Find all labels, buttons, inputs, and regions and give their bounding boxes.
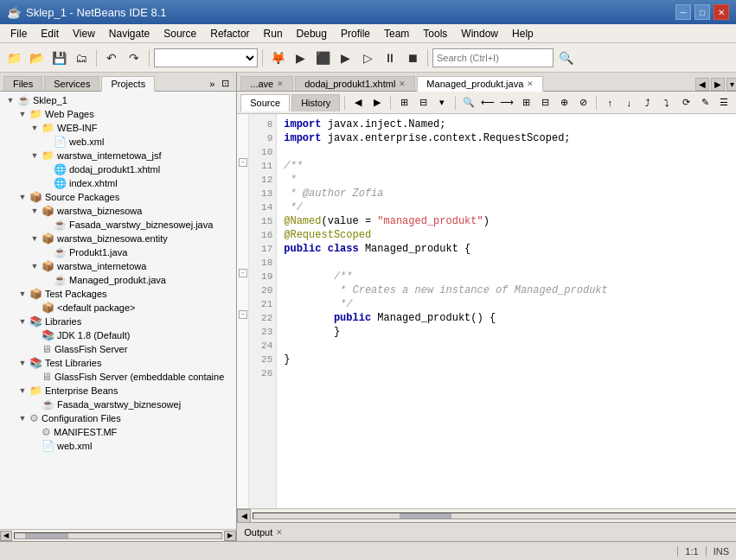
tab-files[interactable]: Files — [3, 76, 42, 91]
tree-item-jdk18[interactable]: 📚JDK 1.8 (Default) — [0, 328, 224, 342]
tree-item-dodaj_xhtml[interactable]: 🌐dodaj_produkt1.xhtml — [0, 162, 224, 176]
menu-window[interactable]: Window — [454, 26, 505, 41]
menu-navigate[interactable]: Navigate — [102, 26, 157, 41]
menu-file[interactable]: File — [3, 26, 34, 41]
run-config-dropdown[interactable] — [154, 48, 258, 67]
editor-tb8[interactable]: ⊟ — [536, 94, 554, 111]
editor-tabs-scroll-left[interactable]: ◀ — [695, 78, 709, 91]
arrow-warstwa_inet[interactable]: ▼ — [30, 262, 39, 270]
left-panel-scroll-btn[interactable]: » — [206, 77, 218, 91]
arrow-warstwa_biz[interactable]: ▼ — [30, 207, 39, 215]
new-project-button[interactable]: 📁 — [3, 48, 24, 68]
tree-item-webpages[interactable]: ▼📁Web Pages — [0, 107, 224, 121]
maximize-button[interactable]: □ — [694, 4, 710, 20]
arrow-warstwa_biz_entity[interactable]: ▼ — [30, 234, 39, 243]
left-hscroll-left[interactable]: ◀ — [0, 531, 12, 541]
editor-tb12[interactable]: ↓ — [620, 94, 637, 111]
toolbar-btn-6[interactable]: ⬛ — [312, 48, 333, 68]
arrow-webinf[interactable]: ▼ — [30, 124, 39, 132]
source-tab[interactable]: Source — [240, 94, 290, 111]
run-button[interactable]: ▷ — [357, 48, 378, 68]
editor-tb17[interactable]: ☰ — [715, 94, 733, 111]
menu-tools[interactable]: Tools — [416, 26, 454, 41]
fold-11[interactable]: - — [237, 156, 248, 169]
tree-item-source_packages[interactable]: ▼📦Source Packages — [0, 190, 224, 204]
editor-back-btn[interactable]: ◀ — [349, 94, 367, 111]
editor-tb1[interactable]: ⊞ — [395, 94, 413, 111]
menu-edit[interactable]: Edit — [34, 26, 66, 41]
tree-item-sklep1[interactable]: ▼☕Sklep_1 — [0, 93, 224, 107]
tree-item-fasada_biz[interactable]: ☕Fasada_warstwy_biznesowej — [0, 398, 224, 411]
editor-tb6[interactable]: ⟶ — [498, 94, 515, 111]
tree-item-fasada[interactable]: ☕Fasada_warstwy_biznesowej.java — [0, 218, 224, 232]
editor-tab-0-close[interactable]: ✕ — [277, 80, 284, 88]
editor-tab-2-close[interactable]: ✕ — [527, 80, 534, 88]
arrow-config_files[interactable]: ▼ — [18, 414, 27, 423]
editor-tab-1[interactable]: dodaj_produkt1.xhtml ✕ — [295, 76, 415, 91]
tree-item-warstwa_biz_entity[interactable]: ▼📦warstwa_biznesowa.entity — [0, 232, 224, 245]
tree-item-index_xhtml[interactable]: 🌐index.xhtml — [0, 176, 224, 190]
close-button[interactable]: ✕ — [714, 4, 729, 20]
toolbar-btn-9[interactable]: ⏸ — [380, 48, 400, 68]
menu-debug[interactable]: Debug — [290, 26, 334, 41]
editor-tb16[interactable]: ✎ — [696, 94, 714, 111]
hscroll-left-btn[interactable]: ◀ — [237, 509, 251, 523]
menu-source[interactable]: Source — [157, 26, 203, 41]
arrow-warstwa_jsf[interactable]: ▼ — [30, 151, 39, 160]
editor-tb14[interactable]: ⤵ — [658, 94, 675, 111]
save-button[interactable]: 💾 — [48, 48, 69, 68]
hscroll-thumb[interactable] — [400, 513, 451, 519]
editor-tabs-menu[interactable]: ▾ — [726, 78, 736, 91]
editor-tab-1-close[interactable]: ✕ — [399, 80, 406, 88]
tree-item-warstwa_biz[interactable]: ▼📦warstwa_biznesowa — [0, 204, 224, 218]
tree-item-glassfish_emb[interactable]: 🖥GlassFish Server (embeddable containe — [0, 370, 224, 384]
editor-tab-2[interactable]: Managed_produkt.java ✕ — [417, 76, 543, 92]
editor-tb11[interactable]: ↑ — [601, 94, 618, 111]
tree-item-test_packages[interactable]: ▼📦Test Packages — [0, 287, 224, 301]
menu-view[interactable]: View — [66, 26, 102, 41]
editor-tb7[interactable]: ⊞ — [517, 94, 534, 111]
hscroll-track[interactable] — [253, 512, 736, 519]
menu-profile[interactable]: Profile — [334, 26, 377, 41]
arrow-webpages[interactable]: ▼ — [18, 110, 27, 118]
history-tab[interactable]: History — [291, 94, 340, 111]
save-all-button[interactable]: 🗂 — [71, 48, 92, 68]
tree-item-manifest[interactable]: ⚙MANIFEST.MF — [0, 425, 224, 439]
arrow-test_packages[interactable]: ▼ — [18, 290, 27, 298]
left-hscroll-thumb[interactable] — [25, 533, 68, 538]
fold-22[interactable]: - — [237, 308, 248, 321]
tree-item-test_libs[interactable]: ▼📚Test Libraries — [0, 356, 224, 370]
toolbar-btn-5[interactable]: ▶ — [290, 48, 310, 68]
arrow-source_packages[interactable]: ▼ — [18, 193, 27, 201]
editor-search-btn[interactable]: 🔍 — [460, 94, 477, 111]
code-editor[interactable]: import javax.inject.Named;import javax.e… — [277, 114, 736, 508]
editor-tb10[interactable]: ⊘ — [574, 94, 592, 111]
tree-item-warstwa_inet[interactable]: ▼📦warstwa_internetowa — [0, 259, 224, 273]
tab-services[interactable]: Services — [44, 76, 99, 91]
tab-projects[interactable]: Projects — [101, 76, 155, 92]
search-button[interactable]: 🔍 — [555, 48, 576, 68]
arrow-enterprise_beans[interactable]: ▼ — [18, 386, 27, 395]
tree-item-webinf[interactable]: ▼📁WEB-INF — [0, 121, 224, 135]
open-project-button[interactable]: 📂 — [26, 48, 47, 68]
arrow-sklep1[interactable]: ▼ — [6, 96, 15, 105]
editor-tb15[interactable]: ⟳ — [677, 94, 694, 111]
left-hscrollbar[interactable]: ◀ ▶ — [0, 529, 236, 541]
menu-help[interactable]: Help — [505, 26, 541, 41]
redo-button[interactable]: ↷ — [124, 48, 144, 68]
tree-item-enterprise_beans[interactable]: ▼📁Enterprise Beans — [0, 384, 224, 398]
menu-run[interactable]: Run — [257, 26, 290, 41]
tree-item-produkt1[interactable]: ☕Produkt1.java — [0, 245, 224, 259]
editor-tabs-scroll-right[interactable]: ▶ — [711, 78, 725, 91]
tree-item-warstwa_jsf[interactable]: ▼📁warstwa_internetowa_jsf — [0, 149, 224, 162]
editor-tb2[interactable]: ⊟ — [414, 94, 432, 111]
minimize-button[interactable]: ─ — [675, 4, 691, 20]
tree-item-glassfish[interactable]: 🖥GlassFish Server — [0, 342, 224, 356]
arrow-libraries[interactable]: ▼ — [18, 317, 27, 326]
tree-item-config_files[interactable]: ▼⚙Configuration Files — [0, 411, 224, 425]
editor-tb13[interactable]: ⤴ — [639, 94, 656, 111]
undo-button[interactable]: ↶ — [101, 48, 122, 68]
editor-tb3[interactable]: ▾ — [433, 94, 451, 111]
search-input[interactable] — [432, 48, 554, 67]
editor-tab-0[interactable]: ...ave ✕ — [240, 76, 293, 91]
